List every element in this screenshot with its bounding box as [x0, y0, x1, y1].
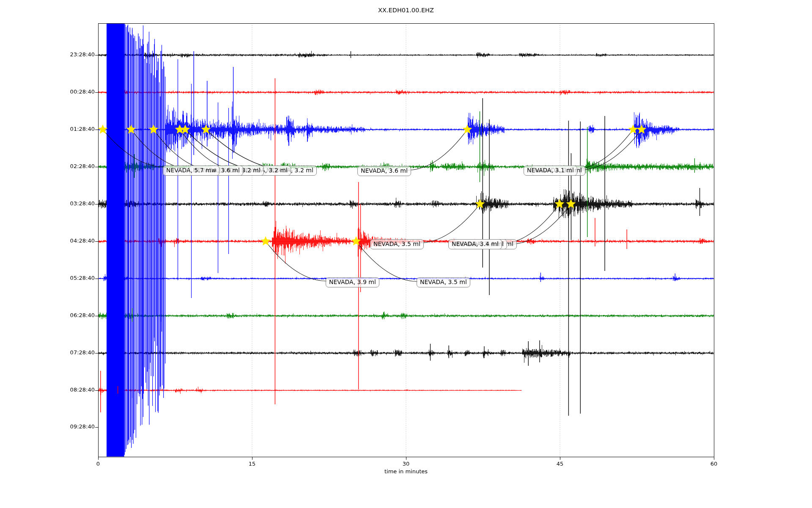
- event-label: NEVADA, 3.5 ml: [417, 277, 470, 287]
- event-label: NEVADA, 3.4 ml: [448, 239, 502, 249]
- y-tick-label: 09:28:40: [59, 423, 95, 430]
- event-label: NEVADA, 5.7 mw: [163, 166, 219, 176]
- y-tick-label: 08:28:40: [59, 387, 95, 393]
- x-tick-label: 60: [701, 461, 727, 467]
- event-label: NEVADA, 3.6 ml: [357, 166, 411, 176]
- event-label: NEVADA, 3.1 ml: [524, 166, 577, 176]
- y-tick-label: 02:28:40: [59, 163, 95, 169]
- y-tick-label: 00:28:40: [59, 88, 95, 95]
- x-tick-label: 0: [85, 461, 111, 467]
- x-tick-label: 30: [393, 461, 419, 467]
- y-tick-label: 06:28:40: [59, 312, 95, 318]
- y-tick-label: 23:28:40: [59, 51, 95, 58]
- x-tick-label: 45: [547, 461, 573, 467]
- event-label: NEVADA, 3.5 ml: [370, 239, 424, 249]
- waveform-canvas: [0, 0, 812, 508]
- y-tick-label: 07:28:40: [59, 349, 95, 356]
- y-tick-label: 04:28:40: [59, 237, 95, 244]
- y-tick-label: 01:28:40: [59, 126, 95, 132]
- x-tick-label: 15: [239, 461, 265, 467]
- y-tick-label: 05:28:40: [59, 275, 95, 281]
- y-tick-label: 03:28:40: [59, 200, 95, 207]
- seismogram-figure: XX.EDH01.00.EHZ 23:28:40 00:28:40 01:28:…: [0, 0, 812, 508]
- page-title: XX.EDH01.00.EHZ: [321, 7, 491, 14]
- x-axis-label: time in minutes: [364, 468, 448, 475]
- event-label: NEVADA, 3.9 ml: [326, 277, 379, 287]
